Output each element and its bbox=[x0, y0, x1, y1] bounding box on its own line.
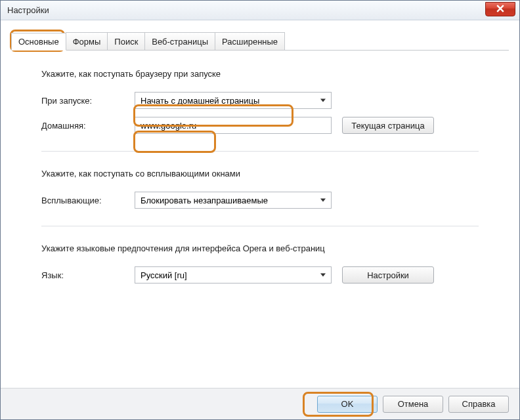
tab-main[interactable]: Основные bbox=[11, 33, 66, 51]
home-row: Домашняя: www.google.ru Текущая страница bbox=[41, 117, 479, 134]
popups-row: Всплывающие: Блокировать незапрашиваемые bbox=[41, 192, 479, 209]
chevron-down-icon bbox=[320, 199, 326, 202]
startup-row: При запуске: Начать с домашней страницы bbox=[41, 92, 479, 109]
on-start-combo[interactable]: Начать с домашней страницы bbox=[135, 92, 332, 109]
ok-button[interactable]: OK bbox=[317, 396, 378, 413]
language-heading: Укажите языковые предпочтения для интерф… bbox=[41, 243, 479, 253]
divider bbox=[41, 151, 479, 152]
dialog-buttons: OK Отмена Справка bbox=[1, 388, 519, 419]
content-area: Основные Формы Поиск Веб-страницы Расшир… bbox=[1, 20, 519, 388]
home-label: Домашняя: bbox=[41, 121, 135, 131]
popups-label: Всплывающие: bbox=[41, 196, 135, 205]
chevron-down-icon bbox=[320, 99, 326, 102]
help-button[interactable]: Справка bbox=[448, 396, 509, 413]
tab-body: Укажите, как поступать браузеру при запу… bbox=[11, 51, 509, 284]
language-label: Язык: bbox=[41, 270, 135, 280]
popups-combo[interactable]: Блокировать незапрашиваемые bbox=[135, 192, 332, 209]
popups-value: Блокировать незапрашиваемые bbox=[141, 196, 268, 205]
window-title: Настройки bbox=[7, 5, 49, 15]
language-row: Язык: Русский [ru] Настройки bbox=[41, 266, 479, 284]
on-start-value: Начать с домашней страницы bbox=[141, 96, 259, 106]
settings-window: Настройки Основные Формы Поиск Веб-стран… bbox=[0, 0, 520, 420]
language-settings-button[interactable]: Настройки bbox=[342, 266, 434, 284]
home-url-value: www.google.ru bbox=[141, 121, 196, 131]
tab-advanced[interactable]: Расширенные bbox=[215, 32, 285, 50]
current-page-button[interactable]: Текущая страница bbox=[342, 117, 434, 134]
startup-heading: Укажите, как поступать браузеру при запу… bbox=[41, 69, 479, 79]
cancel-button[interactable]: Отмена bbox=[383, 396, 443, 413]
chevron-down-icon bbox=[320, 274, 326, 277]
tab-webpages[interactable]: Веб-страницы bbox=[144, 32, 215, 50]
language-combo[interactable]: Русский [ru] bbox=[135, 266, 332, 284]
on-start-label: При запуске: bbox=[41, 96, 135, 106]
titlebar: Настройки bbox=[1, 1, 519, 20]
close-button[interactable] bbox=[485, 2, 515, 16]
popups-heading: Укажите, как поступать со всплывающими о… bbox=[41, 169, 479, 178]
tab-strip: Основные Формы Поиск Веб-страницы Расшир… bbox=[11, 32, 509, 51]
home-url-input[interactable]: www.google.ru bbox=[135, 117, 332, 134]
language-value: Русский [ru] bbox=[141, 270, 187, 280]
close-icon bbox=[496, 5, 504, 14]
divider bbox=[41, 226, 479, 226]
tab-forms[interactable]: Формы bbox=[66, 32, 108, 50]
tab-search[interactable]: Поиск bbox=[107, 32, 145, 50]
